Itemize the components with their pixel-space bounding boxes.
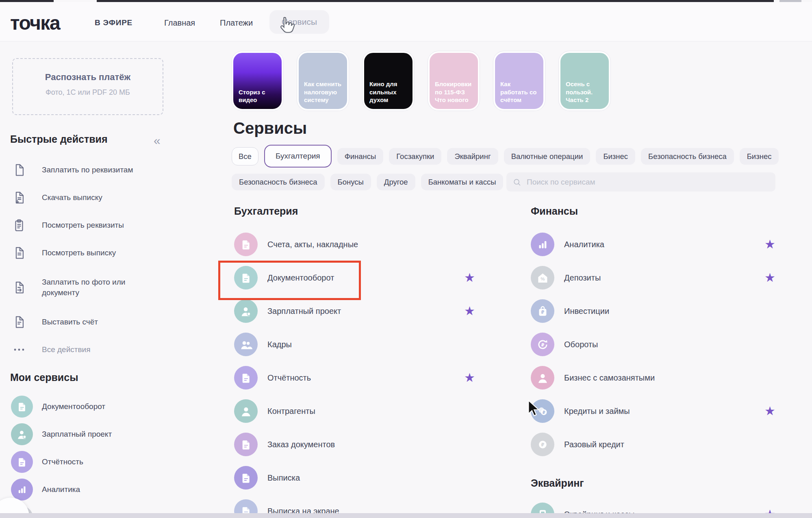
filter-chip[interactable]: Бонусы	[330, 174, 371, 190]
bars-icon	[531, 233, 554, 256]
service-item[interactable]: ₽Разовый кредит	[528, 428, 792, 461]
story-card[interactable]: Кино для сильных духом	[363, 51, 414, 111]
my-service-item[interactable]: Отчётность	[10, 448, 173, 476]
tochka-logo[interactable]: точка	[10, 12, 60, 34]
filter-chip[interactable]: Безопасность бизнеса	[641, 148, 734, 165]
favorite-star-icon[interactable]: ★	[464, 272, 475, 284]
filter-chip[interactable]: Другое	[377, 174, 415, 190]
service-item[interactable]: Аналитика★	[528, 228, 792, 261]
section-heading: Бухгалтерия	[232, 205, 484, 228]
quick-action-file-down[interactable]: Скачать выписку	[10, 184, 173, 211]
service-item[interactable]: Контрагенты	[232, 394, 484, 428]
story-card[interactable]: Как работать со счётом	[493, 51, 545, 111]
svg-text:%: %	[541, 276, 545, 281]
service-item[interactable]: Заказ документов	[232, 428, 484, 461]
recognize-payment-dropzone[interactable]: Распознать платёж Фото, 1С или PDF 20 МБ	[12, 58, 163, 115]
file-invoice-icon	[12, 315, 26, 329]
story-card-label: Как сменить налоговую систему	[304, 80, 342, 104]
service-item-label: Выписка	[267, 473, 300, 483]
dots-icon	[12, 343, 26, 357]
favorite-star-icon[interactable]: ★	[464, 372, 475, 384]
service-item[interactable]: Бизнес с самозанятыми	[528, 361, 792, 394]
service-item[interactable]: %Депозиты★	[528, 261, 792, 294]
person-icon	[531, 366, 554, 390]
story-card-label: Как работать со счётом	[500, 80, 538, 104]
filter-chip[interactable]: Бизнес	[740, 148, 779, 165]
quick-actions-list: Заплатить по реквизитамСкачать выпискуПо…	[10, 156, 173, 363]
quick-action-file-invoice[interactable]: Выставить счёт	[10, 308, 173, 336]
recognize-payment-title: Распознать платёж	[13, 72, 163, 83]
service-item[interactable]: Счета, акты, накладные	[232, 228, 484, 261]
my-service-item[interactable]: Аналитика	[10, 476, 173, 503]
file-down-icon	[12, 191, 26, 205]
person-badge-icon	[234, 299, 258, 323]
svg-text:₽: ₽	[541, 310, 544, 315]
my-service-label: Документооборот	[42, 402, 105, 411]
doc-icon	[11, 451, 33, 473]
filter-chip[interactable]: Госзакупки	[389, 148, 441, 165]
story-card[interactable]: Блокировки по 115-ФЗ Что нового	[428, 51, 480, 111]
service-item-label: Инвестиции	[564, 307, 609, 316]
file-arrow-icon	[12, 281, 26, 294]
video-progress-segment	[97, 0, 774, 2]
recognize-payment-subtitle: Фото, 1С или PDF 20 МБ	[13, 88, 163, 97]
quick-action-label: Все действия	[42, 344, 164, 355]
quick-action-file-lines[interactable]: Посмотреть выписку	[10, 239, 173, 267]
hand-cursor	[278, 15, 296, 37]
collapse-sidebar-icon[interactable]: «	[154, 134, 161, 147]
bag-icon: ₽	[531, 299, 554, 323]
service-item[interactable]: Отчётность★	[232, 361, 484, 394]
story-card[interactable]: Как сменить налоговую систему	[297, 51, 349, 111]
search-input[interactable]	[526, 177, 775, 187]
doc-icon	[234, 466, 258, 490]
story-card-label: Блокировки по 115-ФЗ Что нового	[435, 80, 473, 104]
filter-chip[interactable]: Все	[232, 147, 258, 165]
my-service-item[interactable]: Зарплатный проект	[10, 420, 173, 448]
story-card-label: Осень с пользой. Часть 2	[566, 80, 604, 104]
story-card[interactable]: Осень с пользой. Часть 2	[559, 51, 610, 111]
cycle-icon: ₽	[531, 333, 554, 356]
stories-row: Сториз с видеоКак сменить налоговую сист…	[232, 51, 610, 111]
quick-action-file[interactable]: Заплатить по реквизитам	[10, 156, 173, 184]
service-item[interactable]: ₽Кредиты и займы★	[528, 394, 792, 428]
quick-action-file-arrow[interactable]: Заплатить по фото или документу	[10, 267, 173, 308]
my-service-item[interactable]: Документооборот	[10, 393, 173, 420]
filter-chip[interactable]: Бизнес	[596, 148, 635, 165]
filter-chip[interactable]: Эквайринг	[447, 148, 498, 165]
nav-tab[interactable]: Платежи	[220, 18, 253, 28]
story-card[interactable]: Сториз с видео	[232, 51, 283, 111]
video-progress-segment	[0, 0, 54, 2]
filter-chip[interactable]: Безопасность бизнеса	[232, 174, 325, 190]
service-item-label: Кредиты и займы	[564, 407, 630, 416]
coin-icon: ₽	[531, 433, 554, 456]
service-item-label: Аналитика	[564, 240, 604, 249]
service-item-label: Зарплатный проект	[267, 307, 341, 316]
favorite-star-icon[interactable]: ★	[764, 238, 775, 250]
nav-tab[interactable]: Главная	[164, 18, 195, 28]
quick-action-dots[interactable]: Все действия	[10, 336, 173, 363]
service-item[interactable]: Кадры	[232, 328, 484, 361]
service-search	[506, 172, 775, 192]
doc-icon	[11, 396, 33, 418]
quick-action-clipboard[interactable]: Посмотреть реквизиты	[10, 211, 173, 239]
quick-action-label: Выставить счёт	[42, 317, 164, 327]
service-item[interactable]: Выписка	[232, 461, 484, 494]
file-icon	[12, 163, 26, 177]
house-icon: %	[531, 266, 554, 289]
doc-icon	[234, 233, 258, 256]
favorite-star-icon[interactable]: ★	[764, 272, 775, 284]
filter-chip[interactable]: Банкоматы и кассы	[421, 174, 504, 190]
filter-chip-selected[interactable]: Бухгалтерия	[264, 145, 332, 168]
quick-action-label: Скачать выписку	[42, 192, 164, 203]
favorite-star-icon[interactable]: ★	[764, 405, 775, 417]
nav-tab[interactable]: В ЭФИРЕ	[95, 18, 132, 27]
svg-text:₽: ₽	[542, 410, 545, 414]
my-service-label: Зарплатный проект	[42, 430, 112, 439]
services-page: точка В ЭФИРЕГлавнаяПлатежиСервисы Распо…	[0, 0, 812, 518]
filter-chip[interactable]: Финансы	[337, 148, 384, 165]
favorite-star-icon[interactable]: ★	[464, 305, 475, 317]
service-item[interactable]: ₽Инвестиции	[528, 294, 792, 328]
quick-action-label: Заплатить по реквизитам	[42, 165, 164, 175]
service-item[interactable]: ₽Обороты	[528, 328, 792, 361]
filter-chip[interactable]: Валютные операции	[504, 148, 591, 165]
